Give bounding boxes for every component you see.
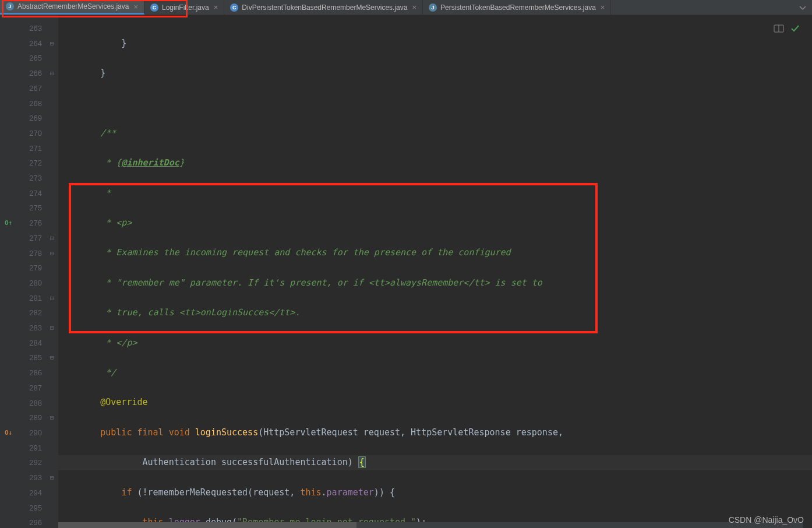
class-file-icon: C [230,3,238,12]
line-number: 278 [20,246,42,261]
line-number: 265 [20,51,42,66]
line-number: 293 [20,470,42,485]
fold-marker [50,171,58,186]
close-icon[interactable]: × [133,2,138,11]
line-number: 291 [20,441,42,456]
fold-marker [50,111,58,126]
fold-marker [50,455,58,470]
fold-marker [50,485,58,501]
fold-marker [50,200,58,216]
fold-marker[interactable]: ⊟ [50,410,58,425]
fold-marker[interactable]: ⊟ [50,231,58,246]
line-number: 283 [20,321,42,336]
tab-divpersistenttoken[interactable]: C DivPersistentTokenBasedRememberMeServi… [224,0,423,15]
horizontal-scrollbar[interactable] [58,522,803,528]
line-number: 279 [20,261,42,276]
fold-marker [50,126,58,141]
fold-marker [50,141,58,156]
line-number: 292 [20,455,42,470]
line-number: 282 [20,305,42,321]
line-number: 273 [20,171,42,186]
line-number: 287 [20,381,42,396]
close-icon[interactable]: × [214,3,218,12]
fold-marker [50,216,58,231]
fold-marker [50,261,58,276]
fold-marker [50,501,58,516]
tab-label: LoginFilter.java [162,3,209,12]
override-down-marker[interactable]: O↓ [0,425,20,441]
fold-marker[interactable]: ⊟ [50,350,58,365]
chevron-down-icon [798,3,807,12]
class-file-icon: C [150,3,158,12]
fold-marker [50,305,58,321]
line-number: 266 [20,66,42,81]
line-number: 272 [20,156,42,171]
line-number: 294 [20,485,42,501]
fold-marker [50,276,58,291]
line-number: 289 [20,410,42,425]
line-number: 264 [20,36,42,51]
editor-tab-bar: J AbstractRememberMeServices.java × C Lo… [0,0,812,15]
fold-marker[interactable]: ⊟ [50,321,58,336]
java-file-icon: J [6,2,14,10]
tab-loginfilter[interactable]: C LoginFilter.java × [144,0,224,15]
line-number: 281 [20,291,42,306]
fold-marker [50,186,58,201]
line-number: 267 [20,81,42,96]
line-number: 288 [20,396,42,411]
line-number-gutter: 2632642652662672682692702712722732742752… [20,15,50,528]
fold-marker [50,96,58,111]
line-number: 277 [20,231,42,246]
tab-label: PersistentTokenBasedRememberMeServices.j… [440,3,596,12]
line-number: 271 [20,141,42,156]
line-number: 268 [20,96,42,111]
tab-label: AbstractRememberMeServices.java [17,2,129,10]
line-number: 269 [20,111,42,126]
fold-marker [50,515,58,528]
java-file-icon: J [429,3,437,12]
tab-overflow[interactable] [798,0,812,15]
line-number: 275 [20,200,42,216]
scrollbar-thumb[interactable] [58,522,356,528]
editor-area: O↑ O↓ 2632642652662672682692702712722732… [0,15,812,528]
watermark: CSDN @Naijia_OvO [729,515,804,525]
fold-marker [50,81,58,96]
fold-marker [50,441,58,456]
code-editor[interactable]: } } /** * {@inheritDoc} * * <p> * Examin… [58,15,812,528]
tab-abstractremembermeservices[interactable]: J AbstractRememberMeServices.java × [0,0,144,15]
line-number: 296 [20,515,42,528]
tab-persistenttoken[interactable]: J PersistentTokenBasedRememberMeServices… [423,0,611,15]
fold-marker [50,336,58,351]
fold-marker [50,396,58,411]
fold-marker[interactable]: ⊟ [50,470,58,485]
override-up-marker[interactable]: O↑ [0,216,20,231]
brace-highlight: { [358,456,366,468]
line-number: 280 [20,276,42,291]
line-number: 290 [20,425,42,441]
marker-gutter: O↑ O↓ [0,15,20,528]
fold-marker [50,365,58,381]
fold-marker [50,381,58,396]
fold-marker[interactable]: ⊟ [50,66,58,81]
tab-label: DivPersistentTokenBasedRememberMeService… [242,3,407,12]
line-number: 285 [20,350,42,365]
fold-marker [50,51,58,66]
close-icon[interactable]: × [601,3,605,12]
line-number: 276 [20,216,42,231]
line-number: 274 [20,186,42,201]
fold-gutter: ⊟ ⊟ ⊟⊟ ⊟ ⊟ ⊟ ⊟ ⊟ [50,15,58,528]
line-number: 286 [20,365,42,381]
fold-marker [50,21,58,36]
fold-marker[interactable]: ⊟ [50,246,58,261]
fold-marker [50,425,58,441]
close-icon[interactable]: × [412,3,416,12]
fold-marker[interactable]: ⊟ [50,36,58,51]
line-number: 295 [20,501,42,516]
line-number: 263 [20,21,42,36]
line-number: 270 [20,126,42,141]
fold-marker[interactable]: ⊟ [50,291,58,306]
line-number: 284 [20,336,42,351]
fold-marker [50,156,58,171]
